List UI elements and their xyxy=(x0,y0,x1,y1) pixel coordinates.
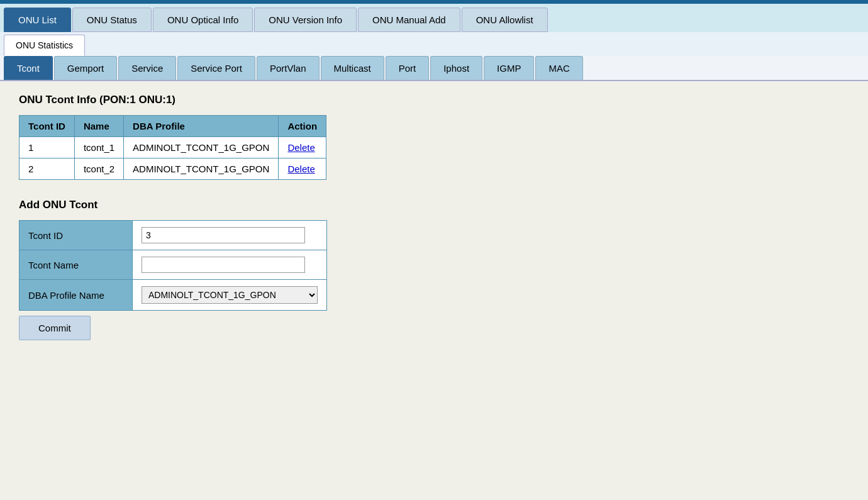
form-input-cell-dba-profile-select: ADMINOLT_TCONT_1G_GPON xyxy=(133,280,327,311)
sub-nav-tab-mac[interactable]: MAC xyxy=(535,56,582,80)
table-cell-action: Delete xyxy=(279,137,326,158)
main-nav-tab-onu-optical-info[interactable]: ONU Optical Info xyxy=(153,8,253,32)
table-header: Tcont ID xyxy=(19,116,75,137)
form-input-cell-tcont-id-input xyxy=(133,221,327,250)
main-nav-tab-onu-list[interactable]: ONU List xyxy=(4,8,71,32)
info-section: ONU Tcont Info (PON:1 ONU:1) Tcont IDNam… xyxy=(19,94,849,180)
sub-nav: TcontGemportServiceService PortPortVlanM… xyxy=(0,56,868,81)
table-cell-name: tcont_2 xyxy=(74,158,123,180)
commit-button[interactable]: Commit xyxy=(19,316,91,340)
form-row: Tcont ID xyxy=(19,221,327,250)
table-cell-dba_profile: ADMINOLT_TCONT_1G_GPON xyxy=(124,137,279,158)
form-label-dba-profile-select: DBA Profile Name xyxy=(19,280,133,311)
table-row: 2tcont_2ADMINOLT_TCONT_1G_GPONDelete xyxy=(19,158,326,180)
secondary-nav-tab-onu-statistics[interactable]: ONU Statistics xyxy=(4,35,85,56)
form-label-tcont-name-input: Tcont Name xyxy=(19,250,133,280)
info-title: ONU Tcont Info (PON:1 ONU:1) xyxy=(19,94,849,106)
table-cell-tcont_id: 1 xyxy=(19,137,75,158)
content-area: ONU Tcont Info (PON:1 ONU:1) Tcont IDNam… xyxy=(0,81,868,458)
delete-link[interactable]: Delete xyxy=(287,142,314,153)
add-form-table: Tcont IDTcont NameDBA Profile NameADMINO… xyxy=(19,220,327,311)
table-cell-name: tcont_1 xyxy=(74,137,123,158)
form-input-cell-tcont-name-input xyxy=(133,250,327,280)
form-label-tcont-id-input: Tcont ID xyxy=(19,221,133,250)
table-header: Name xyxy=(74,116,123,137)
secondary-nav: ONU Statistics xyxy=(0,32,868,56)
add-section: Add ONU Tcont Tcont IDTcont NameDBA Prof… xyxy=(19,199,849,340)
sub-nav-tab-igmp[interactable]: IGMP xyxy=(484,56,534,80)
main-nav: ONU ListONU StatusONU Optical InfoONU Ve… xyxy=(0,4,868,32)
main-nav-tab-onu-version-info[interactable]: ONU Version Info xyxy=(254,8,357,32)
table-cell-dba_profile: ADMINOLT_TCONT_1G_GPON xyxy=(124,158,279,180)
tcont-name-input[interactable] xyxy=(142,257,305,273)
sub-nav-tab-portvlan[interactable]: PortVlan xyxy=(257,56,320,80)
sub-nav-tab-tcont[interactable]: Tcont xyxy=(4,56,53,80)
table-cell-action: Delete xyxy=(279,158,326,180)
table-header: DBA Profile xyxy=(124,116,279,137)
tcont-id-input[interactable] xyxy=(142,227,305,243)
tcont-info-table: Tcont IDNameDBA ProfileAction1tcont_1ADM… xyxy=(19,115,326,180)
table-cell-tcont_id: 2 xyxy=(19,158,75,180)
table-row: 1tcont_1ADMINOLT_TCONT_1G_GPONDelete xyxy=(19,137,326,158)
main-nav-tab-onu-status[interactable]: ONU Status xyxy=(72,8,152,32)
form-row: DBA Profile NameADMINOLT_TCONT_1G_GPON xyxy=(19,280,327,311)
sub-nav-tab-gemport[interactable]: Gemport xyxy=(54,56,117,80)
main-nav-tab-onu-allowlist[interactable]: ONU Allowlist xyxy=(462,8,548,32)
main-nav-tab-onu-manual-add[interactable]: ONU Manual Add xyxy=(358,8,460,32)
form-row: Tcont Name xyxy=(19,250,327,280)
sub-nav-tab-service-port[interactable]: Service Port xyxy=(177,56,255,80)
sub-nav-tab-multicast[interactable]: Multicast xyxy=(321,56,384,80)
sub-nav-tab-iphost[interactable]: Iphost xyxy=(430,56,482,80)
dba-profile-select[interactable]: ADMINOLT_TCONT_1G_GPON xyxy=(142,286,318,304)
add-title: Add ONU Tcont xyxy=(19,199,849,211)
delete-link[interactable]: Delete xyxy=(287,164,314,174)
sub-nav-tab-service[interactable]: Service xyxy=(118,56,176,80)
table-header: Action xyxy=(279,116,326,137)
sub-nav-tab-port[interactable]: Port xyxy=(386,56,430,80)
